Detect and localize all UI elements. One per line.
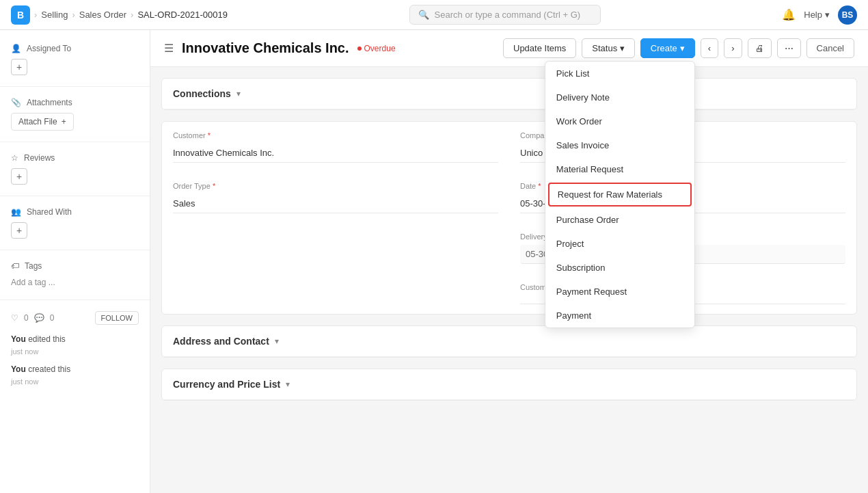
create-dropdown-container: Create ▾ Pick List Delivery Note Work Or… [640, 38, 695, 58]
divider1 [0, 86, 150, 87]
star-icon: ☆ [11, 153, 18, 163]
divider3 [0, 196, 150, 196]
customer-label: Customer * [173, 131, 498, 139]
activity1-you: You [11, 334, 26, 344]
add-tag-text[interactable]: Add a tag ... [11, 276, 139, 289]
shared-with-section: 👥 Shared With + [0, 202, 150, 244]
print-button[interactable]: 🖨 [748, 38, 772, 58]
menu-item-request-for-raw-materials[interactable]: Request for Raw Materials [548, 183, 692, 206]
help-chevron-icon: ▾ [825, 10, 830, 20]
menu-item-delivery-note[interactable]: Delivery Note [545, 85, 694, 109]
more-options-button[interactable]: ⋯ [777, 38, 801, 58]
menu-item-payment[interactable]: Payment [545, 304, 694, 328]
menu-item-material-request[interactable]: Material Request [545, 157, 694, 181]
divider5 [0, 299, 150, 300]
hamburger-icon[interactable]: ☰ [164, 42, 174, 55]
breadcrumb-sales-order[interactable]: Sales Order [79, 10, 126, 20]
attachments-section: 📎 Attachments Attach File + [0, 92, 150, 136]
prev-button[interactable]: ‹ [701, 38, 718, 58]
person-icon: 👤 [11, 44, 21, 53]
search-bar[interactable]: 🔍 Search or type a command (Ctrl + G) [409, 5, 601, 25]
menu-item-purchase-order[interactable]: Purchase Order [545, 208, 694, 232]
app-icon[interactable]: B [11, 5, 30, 25]
tag-icon: 🏷 [11, 261, 19, 271]
menu-item-subscription[interactable]: Subscription [545, 256, 694, 280]
help-label: Help [804, 10, 822, 20]
currency-title: Currency and Price List [173, 379, 280, 390]
reviews-title: ☆ Reviews [11, 153, 139, 163]
nav-right: 🔔 Help ▾ BS [782, 5, 857, 25]
customer-value[interactable]: Innovative Chemicals Inc. [173, 144, 498, 163]
menu-item-project[interactable]: Project [545, 232, 694, 256]
follow-button[interactable]: FOLLOW [95, 311, 139, 325]
attach-file-button[interactable]: Attach File + [11, 113, 74, 131]
connections-section: Connections ▾ [161, 78, 857, 110]
sidebar: 👤 Assigned To + 📎 Attachments Attach Fil… [0, 30, 150, 493]
create-dropdown-menu: Pick List Delivery Note Work Order Sales… [545, 61, 695, 328]
currency-section: Currency and Price List ▾ [161, 369, 857, 401]
attachment-icon: 📎 [11, 98, 21, 107]
reviews-label: Reviews [24, 153, 55, 163]
search-icon: 🔍 [418, 10, 429, 20]
divider2 [0, 142, 150, 142]
status-btn-label: Status [592, 43, 617, 53]
add-assigned-button[interactable]: + [11, 59, 27, 75]
cancel-button[interactable]: Cancel [806, 38, 854, 58]
page-title: Innovative Chemicals Inc. [182, 40, 349, 56]
content-area: ☰ Innovative Chemicals Inc. Overdue Upda… [150, 30, 868, 493]
breadcrumb-selling[interactable]: Selling [41, 10, 68, 20]
help-button[interactable]: Help ▾ [804, 10, 830, 20]
shared-with-title: 👥 Shared With [11, 207, 139, 217]
sep1: › [34, 10, 37, 20]
status-badge: Overdue [357, 44, 396, 53]
attachments-label: Attachments [27, 98, 72, 107]
comment-icon: 💬 [34, 313, 44, 323]
sep2: › [72, 10, 74, 20]
menu-item-sales-invoice[interactable]: Sales Invoice [545, 133, 694, 157]
follow-stats: ♡ 0 💬 0 [11, 313, 54, 323]
activity-item-1: You edited this just now [0, 330, 150, 360]
tags-label: Tags [25, 261, 42, 271]
connections-header[interactable]: Connections ▾ [162, 79, 856, 109]
notifications-icon[interactable]: 🔔 [782, 8, 796, 21]
assigned-to-section: 👤 Assigned To + [0, 38, 150, 81]
customer-field: Customer * Innovative Chemicals Inc. [162, 122, 509, 172]
update-items-button[interactable]: Update Items [503, 38, 576, 58]
top-nav: B › Selling › Sales Order › SAL-ORD-2021… [0, 0, 868, 30]
breadcrumb-area: B › Selling › Sales Order › SAL-ORD-2021… [11, 5, 228, 25]
order-type-label: Order Type * [173, 182, 498, 190]
menu-item-work-order[interactable]: Work Order [545, 109, 694, 133]
avatar[interactable]: BS [838, 5, 857, 25]
sep3: › [131, 10, 133, 20]
menu-item-payment-request[interactable]: Payment Request [545, 280, 694, 304]
activity2-you: You [11, 364, 26, 374]
comments-count: 0 [50, 313, 55, 323]
breadcrumb-current: SAL-ORD-2021-00019 [137, 10, 228, 20]
attachments-title: 📎 Attachments [11, 98, 139, 107]
add-shared-button[interactable]: + [11, 222, 27, 239]
currency-header[interactable]: Currency and Price List ▾ [162, 369, 856, 400]
create-button[interactable]: Create ▾ [640, 38, 695, 58]
activity1-time: just now [11, 347, 38, 356]
tags-title: 🏷 Tags [11, 261, 139, 271]
page-title-area: ☰ Innovative Chemicals Inc. Overdue [164, 40, 396, 56]
address-header[interactable]: Address and Contact ▾ [162, 326, 856, 357]
status-button[interactable]: Status ▾ [582, 38, 634, 58]
tags-section: 🏷 Tags Add a tag ... [0, 256, 150, 294]
next-button[interactable]: › [724, 38, 742, 58]
activity2-action: created this [28, 364, 70, 374]
empty-left [162, 223, 509, 274]
reviews-section: ☆ Reviews + [0, 148, 150, 190]
status-label: Overdue [364, 44, 396, 53]
assigned-to-title: 👤 Assigned To [11, 44, 139, 53]
form-section: Customer * Innovative Chemicals Inc. Com… [161, 121, 857, 315]
shared-with-label: Shared With [27, 207, 72, 217]
divider4 [0, 250, 150, 250]
order-type-value[interactable]: Sales [173, 194, 498, 213]
add-review-button[interactable]: + [11, 168, 27, 185]
activity-item-2: You created this just now [0, 360, 150, 390]
search-area[interactable]: 🔍 Search or type a command (Ctrl + G) [409, 5, 601, 25]
create-label: Create [651, 43, 677, 53]
status-chevron-icon: ▾ [620, 43, 625, 53]
menu-item-pick-list[interactable]: Pick List [545, 62, 694, 85]
